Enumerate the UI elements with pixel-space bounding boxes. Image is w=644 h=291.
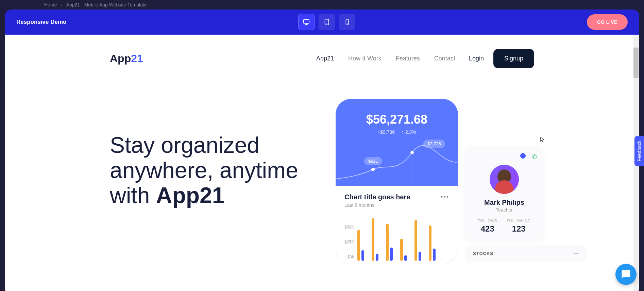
stat-following: FOLLOWING 123 [507,219,531,234]
scrollbar-thumb[interactable] [633,48,639,78]
bar-chart: $50K $25K $0k [344,217,449,261]
site-preview[interactable]: App21 App21 How It Work Features Contact… [5,35,639,291]
chevron-right-icon: › [61,3,62,7]
hero-line-2: anywhere, anytime [110,158,315,183]
hero-text: Stay organized anywhere, anytime with Ap… [110,99,315,264]
chart-badge-1: $921 [364,157,382,165]
stat-label: FOLLOWING [507,219,531,223]
ylabel: $25K [344,240,354,244]
site-nav: App21 App21 How It Work Features Contact… [110,35,534,68]
nav-link-features[interactable]: Features [396,55,420,62]
device-switcher [298,14,355,30]
line-chart: $921 $3,736 [336,138,458,186]
logo-text-b: 21 [131,52,143,65]
ylabel: $0k [348,255,354,259]
ylabel: $50K [344,225,354,230]
stocks-card: STOCKS ••• [465,245,587,262]
stat-value: 423 [478,224,497,234]
hero-title: Stay organized anywhere, anytime with Ap… [110,133,315,208]
chat-icon [621,269,631,279]
login-link[interactable]: Login [469,55,484,62]
signup-button[interactable]: Signup [493,49,534,68]
svg-point-2 [326,24,327,24]
logo-text-a: App [110,52,131,65]
chart-badge-2: $3,736 [423,140,445,148]
profile-role: Teacher [472,207,537,213]
bar-chart-sub: Last 6 months [344,202,449,208]
breadcrumb-home[interactable]: Home [44,2,57,7]
stat-value: 123 [507,224,531,234]
breadcrumb-current: App21 - Mobile App Website Template [66,2,147,7]
bars [357,217,436,261]
desktop-view-button[interactable] [298,14,315,30]
avatar [490,165,519,194]
stat-label: FOLLOWS [478,219,497,223]
svg-point-5 [371,168,375,171]
phone-mockup: $56,271.68 +$9,736 ↑ 2.3% $921 $3,736 [336,99,458,264]
profile-card: ✆ Mark Philips Teacher FOLLOWS 423 FOLLO… [465,146,544,240]
phone-icon[interactable]: ✆ [532,153,537,161]
mobile-view-button[interactable] [339,14,355,30]
nav-links: App21 How It Work Features Contact [316,55,455,62]
hero: Stay organized anywhere, anytime with Ap… [110,99,534,264]
delta-abs: +$9,736 [377,129,395,135]
y-axis-labels: $50K $25K $0k [344,225,354,261]
hero-line-3b: App21 [156,183,225,208]
hero-line-3a: with [110,183,156,208]
bar-chart-card: Chart title goes here ••• Last 6 months … [336,186,458,264]
more-icon[interactable]: ••• [573,251,579,256]
nav-link-app21[interactable]: App21 [316,55,334,62]
bar-chart-title: Chart title goes here [344,193,410,201]
breadcrumb: Home › App21 - Mobile App Website Templa… [44,0,147,10]
logo[interactable]: App21 [110,52,143,65]
nav-link-contact[interactable]: Contact [434,55,455,62]
preview-frame: Responsive Demo GO LIVE App21 [5,10,639,291]
hero-graphic: $56,271.68 +$9,736 ↑ 2.3% $921 $3,736 [329,99,534,264]
tablet-view-button[interactable] [319,14,335,30]
preview-toolbar: Responsive Demo GO LIVE [5,10,639,35]
mobile-icon [343,18,351,26]
delta-pct: ↑ 2.3% [402,129,416,135]
nav-link-how[interactable]: How It Work [348,55,382,62]
stat-follows: FOLLOWS 423 [478,219,497,234]
hero-line-1: Stay organized [110,133,315,158]
go-live-button[interactable]: GO LIVE [587,14,628,30]
chat-dot-icon[interactable] [520,153,526,159]
svg-rect-0 [303,20,309,23]
profile-name: Mark Philips [472,199,537,206]
stocks-title: STOCKS [473,251,493,256]
svg-point-4 [347,24,347,24]
balance-delta: +$9,736 ↑ 2.3% [336,129,458,135]
feedback-tab[interactable]: Feedback [634,136,644,166]
tablet-icon [323,18,331,26]
desktop-icon [303,18,310,26]
toolbar-title: Responsive Demo [16,19,66,25]
chat-widget-button[interactable] [615,264,637,285]
more-icon[interactable]: ••• [441,194,449,201]
balance-amount: $56,271.68 [336,112,458,127]
